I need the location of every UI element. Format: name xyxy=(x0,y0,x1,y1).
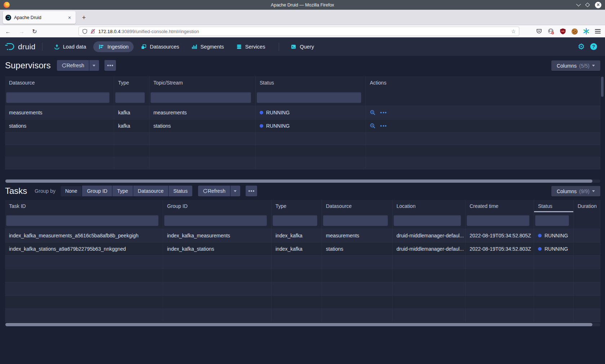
column-header-type[interactable]: Type xyxy=(272,200,322,212)
cell-created-time[interactable]: 2022-08-19T05:34:52.803Z xyxy=(466,242,534,255)
cell-datasource[interactable]: measurements xyxy=(5,106,114,119)
row-more-icon[interactable] xyxy=(380,112,386,113)
cell-location[interactable]: druid-middlemanager-defaul... xyxy=(393,229,466,242)
menu-icon[interactable] xyxy=(595,29,601,33)
close-window-icon[interactable] xyxy=(595,2,601,8)
tasks-more-button[interactable] xyxy=(246,186,257,196)
group-by-none-button[interactable]: None xyxy=(60,186,82,196)
inspect-magnifier-icon[interactable] xyxy=(370,123,376,129)
druid-logo[interactable]: druid xyxy=(5,42,36,51)
supervisor-row[interactable]: stations kafka stations RUNNING xyxy=(5,119,600,133)
tasks-columns-button[interactable]: Columns (9/9) xyxy=(551,186,600,196)
nav-item-load-data[interactable]: Load data xyxy=(49,41,91,52)
cell-datasource[interactable]: stations xyxy=(322,242,393,255)
cell-created-time[interactable]: 2022-08-19T05:34:52.805Z xyxy=(466,229,534,242)
nav-item-ingestion[interactable]: Ingestion xyxy=(93,41,134,52)
cell-task-id[interactable]: index_kafka_measurements_a5616c5ba8afb8b… xyxy=(5,229,163,242)
column-header-status[interactable]: Status xyxy=(256,76,366,89)
reload-icon[interactable] xyxy=(30,27,40,36)
ublock-icon[interactable]: UO xyxy=(560,28,566,35)
column-header-status-sorted[interactable]: Status xyxy=(534,200,574,212)
column-header-datasource[interactable]: Datasource xyxy=(5,76,114,89)
cell-group-id[interactable]: index_kafka_measurements xyxy=(163,229,272,242)
filter-topic-stream-input[interactable] xyxy=(151,92,251,103)
cell-status[interactable]: RUNNING xyxy=(534,229,574,242)
column-header-group-id[interactable]: Group ID xyxy=(163,200,272,212)
url-bar[interactable]: 172.18.0.4:30899/unified-console.html#in… xyxy=(79,27,519,36)
filter-created-time-input[interactable] xyxy=(467,215,529,226)
task-row[interactable]: index_kafka_measurements_a5616c5ba8afb8b… xyxy=(5,229,600,242)
cell-status[interactable]: RUNNING xyxy=(256,119,366,132)
inspect-magnifier-icon[interactable] xyxy=(370,110,376,115)
nav-item-datasources[interactable]: Datasources xyxy=(136,41,184,52)
filter-task-id-input[interactable] xyxy=(6,215,158,226)
column-header-location[interactable]: Location xyxy=(393,200,466,212)
cell-duration[interactable] xyxy=(574,242,600,255)
filter-group-id-input[interactable] xyxy=(164,215,267,226)
cell-datasource[interactable]: measurements xyxy=(322,229,393,242)
cell-task-id[interactable]: index_kafka_stations_a9a679b22795b63_nnk… xyxy=(5,242,163,255)
maximize-icon[interactable] xyxy=(585,3,590,7)
row-more-icon[interactable] xyxy=(380,125,386,127)
group-by-group-id-button[interactable]: Group ID xyxy=(82,186,112,196)
tab-close-icon[interactable] xyxy=(66,14,73,21)
filter-location-input[interactable] xyxy=(394,215,461,226)
back-icon[interactable] xyxy=(3,27,13,36)
nav-item-query[interactable]: Query xyxy=(286,41,319,52)
group-by-type-button[interactable]: Type xyxy=(112,186,133,196)
shield-icon[interactable] xyxy=(82,29,88,34)
settings-gear-icon[interactable] xyxy=(578,43,585,51)
new-tab-button[interactable] xyxy=(79,13,89,22)
column-header-type[interactable]: Type xyxy=(114,76,149,89)
cell-duration[interactable] xyxy=(574,229,600,242)
cell-datasource[interactable]: stations xyxy=(5,119,114,132)
scrollbar-thumb[interactable] xyxy=(5,323,592,326)
cell-location[interactable]: druid-middlemanager-defaul... xyxy=(393,242,466,255)
asterisk-extension-icon[interactable] xyxy=(583,28,590,35)
scrollbar-thumb[interactable] xyxy=(5,179,592,183)
cell-group-id[interactable]: index_kafka_stations xyxy=(163,242,272,255)
privacy-extension-icon[interactable] xyxy=(548,28,554,35)
supervisors-refresh-button[interactable]: Refresh xyxy=(57,60,89,71)
column-header-duration[interactable]: Duration xyxy=(574,200,600,212)
filter-type-input[interactable] xyxy=(273,215,317,226)
filter-datasource-input[interactable] xyxy=(323,215,388,226)
browser-tab[interactable]: Apache Druid xyxy=(3,11,76,24)
column-header-created-time[interactable]: Created time xyxy=(466,200,534,212)
window-titlebar[interactable]: Apache Druid — Mozilla Firefox xyxy=(0,0,605,10)
cell-topic[interactable]: stations xyxy=(149,119,256,132)
nav-item-segments[interactable]: Segments xyxy=(186,41,229,52)
help-icon[interactable] xyxy=(590,43,597,50)
column-header-datasource[interactable]: Datasource xyxy=(322,200,393,212)
insecure-lock-icon[interactable] xyxy=(90,29,95,34)
tasks-refresh-button[interactable]: Refresh xyxy=(198,186,230,196)
supervisors-more-button[interactable] xyxy=(104,60,116,71)
cookie-extension-icon[interactable] xyxy=(572,28,578,35)
group-by-datasource-button[interactable]: Datasource xyxy=(133,186,169,196)
column-header-topic-stream[interactable]: Topic/Stream xyxy=(149,76,256,89)
cell-type[interactable]: kafka xyxy=(114,106,149,119)
supervisors-refresh-caret-button[interactable] xyxy=(89,60,99,71)
cell-status[interactable]: RUNNING xyxy=(534,242,574,255)
cell-type[interactable]: index_kafka xyxy=(272,242,322,255)
tasks-refresh-caret-button[interactable] xyxy=(230,186,240,196)
filter-status-input[interactable] xyxy=(535,215,569,226)
supervisors-columns-button[interactable]: Columns (5/5) xyxy=(551,60,600,71)
filter-datasource-input[interactable] xyxy=(6,92,109,103)
forward-icon[interactable] xyxy=(17,27,27,36)
cell-type[interactable]: kafka xyxy=(114,119,149,132)
filter-type-input[interactable] xyxy=(115,92,145,103)
pocket-icon[interactable] xyxy=(536,28,542,35)
column-header-task-id[interactable]: Task ID xyxy=(5,200,163,212)
supervisor-row[interactable]: measurements kafka measurements RUNNING xyxy=(5,106,600,119)
bookmark-star-icon[interactable] xyxy=(511,28,516,34)
cell-topic[interactable]: measurements xyxy=(149,106,256,119)
cell-status[interactable]: RUNNING xyxy=(256,106,366,119)
task-row[interactable]: index_kafka_stations_a9a679b22795b63_nnk… xyxy=(5,242,600,256)
nav-item-services[interactable]: Services xyxy=(231,41,270,52)
filter-status-input[interactable] xyxy=(257,92,361,103)
minimize-icon[interactable] xyxy=(576,2,581,6)
supervisors-vertical-scrollbar-thumb[interactable] xyxy=(601,77,604,97)
group-by-status-button[interactable]: Status xyxy=(169,186,192,196)
cell-type[interactable]: index_kafka xyxy=(272,229,322,242)
